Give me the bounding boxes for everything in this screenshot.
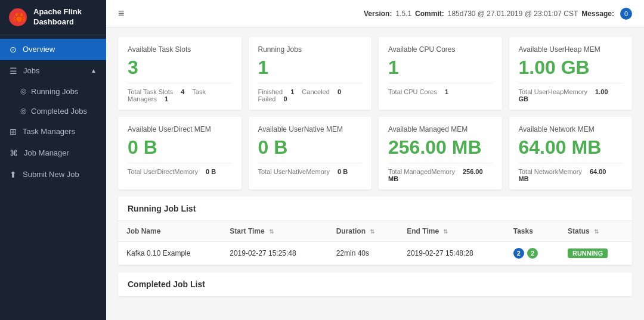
- metric-card-network: Available Network MEM 64.00 MB Total Net…: [509, 117, 633, 189]
- table-header-row: Job Name Start Time ⇅ Duration ⇅ End Tim…: [118, 221, 632, 242]
- menu-toggle-icon[interactable]: ≡: [118, 7, 125, 20]
- jobs-icon: ☰: [10, 66, 17, 76]
- col-tasks: Tasks: [505, 221, 559, 242]
- metric-footer-0-0: Total Task Slots 4: [128, 88, 184, 95]
- metric-footer-6: Total ManagedMemory 256.00 MB: [388, 163, 493, 182]
- metric-footer-4: Total UserDirectMemory 0 B: [128, 163, 232, 175]
- completed-jobs-icon: ◎: [20, 107, 26, 115]
- metric-footer-3-0: Total UserHeapMemory 1.00 GB: [519, 88, 608, 102]
- sidebar-item-label-task-managers: Task Managers: [23, 127, 75, 136]
- metric-title-5: Available UserNative MEM: [258, 125, 363, 133]
- metric-value-0: 3: [128, 57, 232, 78]
- metric-value-7: 64.00 MB: [519, 137, 623, 158]
- sidebar-item-jobs[interactable]: ☰ Jobs ▲: [0, 60, 106, 82]
- col-duration: Duration ⇅: [328, 221, 399, 242]
- metric-card-managed: Available Managed MEM 256.00 MB Total Ma…: [379, 117, 502, 189]
- main-area: ≡ Version: 1.5.1 Commit: 185d730 @ 27.01…: [106, 0, 644, 320]
- metric-title-1: Running Jobs: [258, 45, 363, 54]
- sidebar-item-label-completed-jobs: Completed Jobs: [31, 107, 87, 116]
- metric-footer-4-0: Total UserDirectMemory 0 B: [128, 168, 216, 175]
- sidebar: 🦀 Apache Flink Dashboard ⊙ Overview ☰ Jo…: [0, 0, 106, 320]
- sort-icon-duration[interactable]: ⇅: [370, 228, 374, 235]
- sidebar-item-label-submit-new-job: Submit New Job: [23, 170, 79, 179]
- metric-footer-1: Finished 1 Canceled 0 Failed 0: [258, 83, 363, 102]
- metric-value-4: 0 B: [128, 137, 232, 158]
- col-end-time: End Time ⇅: [398, 221, 504, 242]
- metrics-grid-row1: Available Task Slots 3 Total Task Slots …: [118, 37, 632, 110]
- metric-value-5: 0 B: [258, 137, 363, 158]
- metric-footer-1-1: Canceled 0: [302, 88, 341, 95]
- metric-footer-7-0: Total NetworkMemory 64.00 MB: [519, 168, 606, 182]
- metric-card-userdirect: Available UserDirect MEM 0 B Total UserD…: [118, 117, 242, 189]
- end-time-cell: 2019-02-27 15:48:28: [398, 242, 504, 265]
- sort-icon-start[interactable]: ⇅: [269, 228, 274, 235]
- topbar-info: Version: 1.5.1 Commit: 185d730 @ 27.01.2…: [364, 8, 632, 20]
- message-badge: 0: [620, 8, 632, 20]
- metric-card-cpu-cores: Available CPU Cores 1 Total CPU Cores 1: [379, 37, 502, 110]
- metric-title-0: Available Task Slots: [128, 45, 232, 54]
- metric-value-3: 1.00 GB: [519, 57, 623, 78]
- metric-card-userheap: Available UserHeap MEM 1.00 GB Total Use…: [509, 37, 633, 110]
- metric-footer-1-2: Failed 0: [258, 95, 287, 102]
- task-badge-blue: 2: [513, 248, 524, 259]
- sidebar-item-overview[interactable]: ⊙ Overview: [0, 39, 106, 60]
- metric-footer-1-0: Finished 1: [258, 88, 295, 95]
- metric-footer-7: Total NetworkMemory 64.00 MB: [519, 163, 623, 182]
- metric-card-usernative: Available UserNative MEM 0 B Total UserN…: [249, 117, 372, 189]
- sidebar-item-running-jobs[interactable]: ◎ Running Jobs: [0, 82, 106, 101]
- running-jobs-icon: ◎: [20, 87, 26, 95]
- svg-text:🦀: 🦀: [13, 11, 26, 24]
- tasks-cell: 2 2: [505, 242, 559, 265]
- sidebar-item-completed-jobs[interactable]: ◎ Completed Jobs: [0, 101, 106, 121]
- metric-footer-5: Total UserNativeMemory 0 B: [258, 163, 363, 175]
- sort-icon-status[interactable]: ⇅: [594, 228, 599, 235]
- version-value: 1.5.1: [395, 10, 411, 18]
- metric-value-6: 256.00 MB: [388, 137, 493, 158]
- topbar: ≡ Version: 1.5.1 Commit: 185d730 @ 27.01…: [106, 0, 644, 27]
- col-start-time: Start Time ⇅: [221, 221, 327, 242]
- sidebar-item-task-managers[interactable]: ⊞ Task Managers: [0, 121, 106, 142]
- task-badge-green: 2: [527, 248, 538, 259]
- sidebar-item-label-jobs: Jobs: [23, 66, 39, 75]
- completed-job-list-title: Completed Job List: [118, 272, 632, 296]
- sidebar-header: 🦀 Apache Flink Dashboard: [0, 0, 106, 35]
- metrics-grid-row2: Available UserDirect MEM 0 B Total UserD…: [118, 117, 632, 189]
- metric-value-2: 1: [388, 57, 493, 78]
- col-job-name: Job Name: [118, 221, 221, 242]
- metric-title-7: Available Network MEM: [519, 125, 623, 133]
- table-row[interactable]: Kafka 0.10 Example 2019-02-27 15:25:48 2…: [118, 242, 632, 265]
- sidebar-item-submit-new-job[interactable]: ⬆ Submit New Job: [0, 164, 106, 185]
- metric-card-running-jobs: Running Jobs 1 Finished 1 Canceled 0 Fai…: [249, 37, 372, 110]
- metric-footer-3: Total UserHeapMemory 1.00 GB: [519, 83, 623, 102]
- commit-value: 185d730 @ 27.01.2019 @ 23:01:07 CST: [448, 10, 578, 18]
- metric-value-1: 1: [258, 57, 363, 78]
- duration-cell: 22min 40s: [328, 242, 399, 265]
- status-cell: RUNNING: [559, 242, 632, 265]
- metric-title-6: Available Managed MEM: [388, 125, 493, 133]
- sidebar-item-job-manager[interactable]: ⌘ Job Manager: [0, 142, 106, 164]
- app-title: Apache Flink Dashboard: [33, 7, 98, 27]
- flink-logo: 🦀: [8, 8, 27, 27]
- metric-footer-0: Total Task Slots 4 Task Managers 1: [128, 83, 232, 102]
- task-managers-icon: ⊞: [10, 127, 17, 136]
- running-job-list-section: Running Job List Job Name Start Time ⇅ D…: [118, 197, 632, 265]
- running-job-list-title: Running Job List: [118, 197, 632, 221]
- running-job-table: Job Name Start Time ⇅ Duration ⇅ End Tim…: [118, 221, 632, 265]
- metric-card-task-slots: Available Task Slots 3 Total Task Slots …: [118, 37, 242, 110]
- sidebar-item-label-running-jobs: Running Jobs: [31, 87, 79, 96]
- metric-footer-2-0: Total CPU Cores 1: [388, 88, 448, 95]
- version-label: Version:: [364, 10, 392, 18]
- jobs-arrow: ▲: [91, 67, 97, 74]
- sidebar-nav: ⊙ Overview ☰ Jobs ▲ ◎ Running Jobs ◎ Com…: [0, 35, 106, 320]
- commit-label: Commit:: [415, 10, 444, 18]
- job-manager-icon: ⌘: [10, 148, 18, 158]
- metric-title-2: Available CPU Cores: [388, 45, 493, 54]
- message-label: Message:: [581, 10, 614, 18]
- content-area: Available Task Slots 3 Total Task Slots …: [106, 27, 644, 320]
- completed-job-list-section: Completed Job List: [118, 272, 632, 296]
- col-status: Status ⇅: [559, 221, 632, 242]
- status-badge: RUNNING: [568, 248, 608, 258]
- submit-job-icon: ⬆: [10, 170, 17, 179]
- metric-title-3: Available UserHeap MEM: [519, 45, 623, 54]
- sort-icon-end[interactable]: ⇅: [443, 228, 448, 235]
